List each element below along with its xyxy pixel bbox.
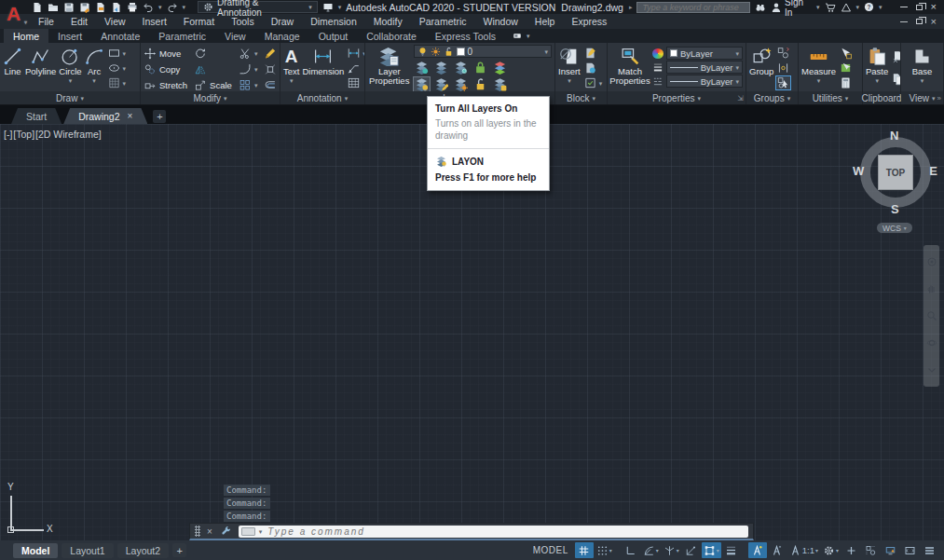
stretch-tool[interactable]: Stretch [144,79,187,91]
window-minimize-icon[interactable] [900,7,908,7]
snap-mode-toggle[interactable]: ▾ [595,542,614,558]
model-tab[interactable]: Model [13,543,58,558]
palette-close-icon[interactable]: × [207,526,212,537]
polyline-tool[interactable]: Polyline [25,45,56,91]
measure-tool[interactable]: Measure▾ [801,45,836,91]
ellipse-caret-icon[interactable]: ▾ [123,65,127,72]
print-icon[interactable] [127,2,138,13]
copy-clip-icon[interactable] [891,73,900,86]
layer-match-button[interactable] [492,77,508,91]
create-block-icon[interactable] [583,47,597,60]
publish-icon[interactable] [111,2,122,13]
viewport-visual-style-control[interactable]: [2D Wireframe] [35,129,102,140]
exchange-caret-icon[interactable]: ▾ [856,4,860,10]
navbar-more-icon[interactable] [926,364,937,376]
hatch-icon[interactable] [107,76,121,89]
dim-caret-icon[interactable]: ▾ [363,50,364,57]
polar-tracking-toggle[interactable]: ▾ [641,542,661,558]
menu-insert[interactable]: Insert [134,14,175,29]
tab-view[interactable]: View [215,29,255,43]
search-binoculars-icon[interactable] [755,2,766,13]
window-restore-icon[interactable] [916,5,923,10]
layer-isolate-button[interactable] [433,61,449,75]
quick-select-icon[interactable] [839,47,853,60]
cut-icon[interactable] [891,50,900,63]
group-tool[interactable]: Group [749,45,773,91]
copy-tool[interactable]: Copy [144,63,187,75]
compass-west-label[interactable]: W [853,164,864,178]
wcs-dropdown[interactable]: WCS ▾ [877,223,912,233]
layer-freeze-button[interactable] [453,61,469,75]
layer-unisolate-button[interactable] [433,77,449,91]
properties-dialog-launcher-icon[interactable]: ⇲ [737,94,744,102]
ortho-toggle[interactable] [622,542,640,558]
properties-panel-label[interactable]: Properties▾⇲ [608,91,746,104]
quick-calculator-icon[interactable] [839,76,853,89]
tab-collaborate[interactable]: Collaborate [357,29,426,43]
palette-drag-handle[interactable] [195,526,200,537]
modify-panel-label[interactable]: Modify▾ [141,91,280,104]
new-icon[interactable] [32,2,43,13]
layout2-tab[interactable]: Layout2 [117,543,169,558]
sign-in-button[interactable]: Sign In ▾ [771,0,820,18]
define-attributes-icon[interactable] [583,76,597,89]
save-as-icon[interactable] [79,2,90,13]
annotation-visibility-toggle[interactable] [748,542,767,558]
offset-tool[interactable] [264,79,277,91]
menu-express[interactable]: Express [563,14,615,29]
undo-icon[interactable] [143,2,154,13]
cloud-save-icon[interactable] [322,2,334,13]
lineweight-dropdown[interactable]: ByLayer ▾ [666,61,743,74]
thaw-all-layers-button[interactable] [453,77,469,91]
new-layout-button[interactable]: + [172,543,186,557]
clipboard-panel-label[interactable]: Clipboard [863,91,900,104]
annotation-panel-label[interactable]: Annotation▾ [280,91,364,104]
orbit-icon[interactable] [926,337,937,348]
redo-icon[interactable] [167,2,178,13]
compass-east-label[interactable]: E [929,164,937,178]
tab-start[interactable]: Start [11,108,62,124]
menu-edit[interactable]: Edit [62,14,96,29]
help-caret-icon[interactable]: ▾ [879,4,882,10]
layer-dropdown[interactable]: 0 ▾ [414,45,552,58]
graphics-performance-button[interactable] [881,542,899,558]
object-snap-tracking-toggle[interactable] [682,542,701,558]
explode-tool[interactable] [264,63,277,75]
grid-display-toggle[interactable] [575,542,594,558]
menu-modify[interactable]: Modify [365,14,411,29]
tab-parametric[interactable]: Parametric [149,29,215,43]
workspace-switching-button[interactable]: ▾ [821,542,841,558]
annotation-scale-button[interactable]: 1:1▾ [787,542,820,558]
view-cube-top-face[interactable]: TOP [878,155,913,190]
layer-properties-button[interactable]: Layer Properties [368,45,411,91]
annotation-autoscale-toggle[interactable] [768,542,787,558]
fillet-tool[interactable]: ▾ [239,63,258,75]
qat-customize-caret-icon[interactable]: ▾ [338,4,342,10]
object-snap-toggle[interactable]: ▾ [702,542,721,558]
line-tool[interactable]: Line [3,45,22,91]
workspace-switcher[interactable]: Drafting & Annotation ▾ [198,1,318,13]
model-space-toggle[interactable]: MODEL [533,545,568,555]
layout1-tab[interactable]: Layout1 [62,543,113,558]
tab-drawing2[interactable]: Drawing2 × [63,108,147,124]
groups-panel-label[interactable]: Groups▾ [746,91,798,104]
linear-dimension-icon[interactable] [347,47,361,60]
menu-window[interactable]: Window [474,14,526,29]
doc-close-icon[interactable]: × [931,17,937,27]
linetype-dropdown[interactable]: ByLayer ▾ [666,75,743,88]
array-tool[interactable]: ▾ [239,79,258,91]
customize-menu-button[interactable] [920,542,938,558]
rectangle-icon[interactable] [107,47,121,60]
app-store-cart-icon[interactable] [825,2,836,13]
ellipse-icon[interactable] [107,61,121,75]
rectangle-caret-icon[interactable]: ▾ [123,50,127,57]
tab-annotate[interactable]: Annotate [91,29,149,43]
clean-screen-button[interactable] [900,542,919,558]
pan-icon[interactable] [926,283,937,294]
ribbon-overflow-icon[interactable]: » [937,94,941,102]
ungroup-icon[interactable] [776,47,790,60]
navigation-wheel-icon[interactable] [926,256,937,267]
recent-commands-icon[interactable] [241,527,255,536]
plot-icon[interactable] [95,2,106,13]
tab-home[interactable]: Home [4,29,48,43]
